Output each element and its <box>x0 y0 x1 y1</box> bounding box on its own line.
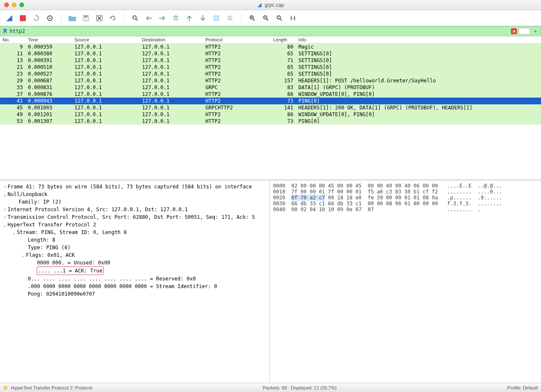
packet-row[interactable]: 410.000943127.0.0.1127.0.0.1HTTP273PING[… <box>0 98 541 104</box>
zoom-in-button[interactable] <box>248 14 257 22</box>
cell-length: 86 <box>270 91 296 98</box>
cell-destination: 127.0.0.1 <box>139 44 203 50</box>
detail-ack-flag[interactable]: .... ...1 = ACK: True <box>37 267 104 275</box>
stop-capture-button[interactable] <box>19 14 27 22</box>
packet-bytes-pane[interactable]: 0000 02 00 00 00 45 00 00 45 00 00 40 00… <box>270 180 541 383</box>
cell-time: 0.000510 <box>25 64 72 71</box>
hex-ascii: .p...... .9...... <box>447 195 502 201</box>
colorize-button[interactable] <box>226 14 234 22</box>
packet-row[interactable]: 90.000359127.0.0.1127.0.0.1HTTP280Magic <box>0 44 541 50</box>
packet-row[interactable]: 130.000391127.0.0.1127.0.0.1HTTP271SETTI… <box>0 57 541 64</box>
clear-filter-button[interactable]: ✕ <box>511 28 517 34</box>
col-destination[interactable]: Destination <box>139 36 203 43</box>
auto-scroll-button[interactable] <box>212 14 221 22</box>
window-title-text: grpc.cap <box>265 2 284 8</box>
svg-text:1: 1 <box>278 16 279 19</box>
detail-ip[interactable]: Internet Protocol Version 4, Src: 127.0.… <box>8 207 188 212</box>
go-last-button[interactable] <box>199 14 207 22</box>
packet-list-pane[interactable]: No. Time Source Destination Protocol Len… <box>0 36 541 180</box>
cell-source: 127.0.0.1 <box>72 111 139 118</box>
minimize-window-button[interactable] <box>12 3 16 7</box>
go-first-button[interactable] <box>185 14 194 22</box>
go-next-button[interactable] <box>158 14 167 22</box>
packet-row[interactable]: 490.001201127.0.0.1127.0.0.1HTTP286WINDO… <box>0 111 541 118</box>
status-profile[interactable]: Profile: Default <box>507 385 538 390</box>
detail-tcp[interactable]: Transmission Control Protocol, Src Port:… <box>8 214 255 220</box>
packet-details-pane[interactable]: ›Frame 41: 73 bytes on wire (584 bits), … <box>0 180 270 383</box>
main-toolbar: 1 <box>0 10 541 26</box>
cell-source: 127.0.0.1 <box>72 91 139 98</box>
detail-type[interactable]: Type: PING (6) <box>28 245 71 250</box>
col-protocol[interactable]: Protocol <box>203 36 270 43</box>
restart-capture-button[interactable] <box>32 14 41 22</box>
window-title: grpc.cap <box>257 2 284 8</box>
cell-destination: 127.0.0.1 <box>139 118 203 125</box>
cell-source: 127.0.0.1 <box>72 118 139 125</box>
col-length[interactable]: Length <box>270 36 296 43</box>
shark-fin-icon[interactable] <box>5 14 14 22</box>
svg-rect-4 <box>84 15 87 17</box>
packet-row[interactable]: 530.001307127.0.0.1127.0.0.1HTTP273PING[… <box>0 118 541 125</box>
capture-options-button[interactable] <box>46 14 54 22</box>
packet-row[interactable]: 330.000831127.0.0.1127.0.0.1GRPC83DATA[1… <box>0 84 541 91</box>
app-icon <box>257 3 262 8</box>
hex-offset: 0040 <box>273 207 285 212</box>
filter-history-dropdown[interactable] <box>519 28 530 35</box>
detail-pong[interactable]: Pong: 02041010090e0707 <box>28 291 95 297</box>
svg-rect-9 <box>227 17 232 18</box>
save-file-button[interactable] <box>82 14 90 22</box>
detail-reserved[interactable]: 0... .... .... .... .... .... .... .... … <box>28 276 196 282</box>
display-filter-input[interactable] <box>10 28 511 34</box>
col-info[interactable]: Info <box>296 36 541 43</box>
go-previous-button[interactable] <box>145 14 153 22</box>
detail-null-loopback[interactable]: Null/Loopback <box>8 191 47 197</box>
packet-row[interactable]: 450.001003127.0.0.1127.0.0.1GRPCHTTP2141… <box>0 104 541 111</box>
packet-row[interactable]: 370.000876127.0.0.1127.0.0.1HTTP286WINDO… <box>0 91 541 98</box>
packet-row[interactable]: 110.000380127.0.0.1127.0.0.1HTTP265SETTI… <box>0 50 541 57</box>
svg-rect-8 <box>227 16 232 16</box>
close-file-button[interactable] <box>95 14 104 22</box>
detail-stream-id[interactable]: .000 0000 0000 0000 0000 0000 0000 0000 … <box>28 283 217 289</box>
detail-frame[interactable]: Frame 41: 73 bytes on wire (584 bits), 7… <box>8 184 252 190</box>
cell-info: SETTINGS[0] <box>296 57 541 64</box>
cell-source: 127.0.0.1 <box>72 71 139 77</box>
detail-http2[interactable]: HyperText Transfer Protocol 2 <box>8 222 96 228</box>
cell-protocol: HTTP2 <box>203 44 270 50</box>
add-filter-button[interactable]: + <box>532 28 539 35</box>
hex-bytes: 00 18 18 e0 fe 39 00 00 01 01 08 0a <box>325 195 438 201</box>
cell-length: 86 <box>270 111 296 118</box>
hex-offset: 0000 <box>273 183 285 189</box>
packet-row[interactable]: 210.000510127.0.0.1127.0.0.1HTTP265SETTI… <box>0 64 541 71</box>
hex-offset: 0030 <box>273 201 285 207</box>
packet-row[interactable]: 290.000687127.0.0.1127.0.0.1HTTP2157HEAD… <box>0 77 541 84</box>
detail-length[interactable]: Length: 8 <box>28 237 55 243</box>
cell-no: 21 <box>0 64 25 71</box>
detail-unused[interactable]: 0000 000. = Unused: 0x00 <box>37 260 110 266</box>
zoom-out-button[interactable] <box>262 14 270 22</box>
find-packet-button[interactable] <box>131 14 139 22</box>
display-filter-bar: ✕ + <box>0 26 541 36</box>
packet-row[interactable]: 230.000527127.0.0.1127.0.0.1HTTP265SETTI… <box>0 71 541 77</box>
col-time[interactable]: Time <box>25 36 72 43</box>
col-no[interactable]: No. <box>0 36 25 43</box>
cell-source: 127.0.0.1 <box>72 77 139 84</box>
reload-button[interactable] <box>109 14 117 22</box>
bookmark-icon[interactable] <box>2 28 8 34</box>
detail-flags[interactable]: Flags: 0x01, ACK <box>26 252 75 258</box>
detail-stream[interactable]: Stream: PING, Stream ID: 0, Length 8 <box>17 229 127 235</box>
detail-family[interactable]: Family: IP (2) <box>19 199 61 205</box>
cell-no: 23 <box>0 71 25 77</box>
close-window-button[interactable] <box>4 3 9 7</box>
cell-no: 11 <box>0 50 25 57</box>
resize-columns-button[interactable] <box>289 14 297 22</box>
cell-destination: 127.0.0.1 <box>139 57 203 64</box>
cell-no: 13 <box>0 57 25 64</box>
col-source[interactable]: Source <box>72 36 139 43</box>
cell-time: 0.000527 <box>25 71 72 77</box>
open-file-button[interactable] <box>68 14 77 22</box>
expert-info-button[interactable] <box>3 386 8 390</box>
go-to-packet-button[interactable] <box>172 14 180 22</box>
cell-destination: 127.0.0.1 <box>139 98 203 104</box>
zoom-reset-button[interactable]: 1 <box>275 14 284 22</box>
maximize-window-button[interactable] <box>19 3 24 7</box>
